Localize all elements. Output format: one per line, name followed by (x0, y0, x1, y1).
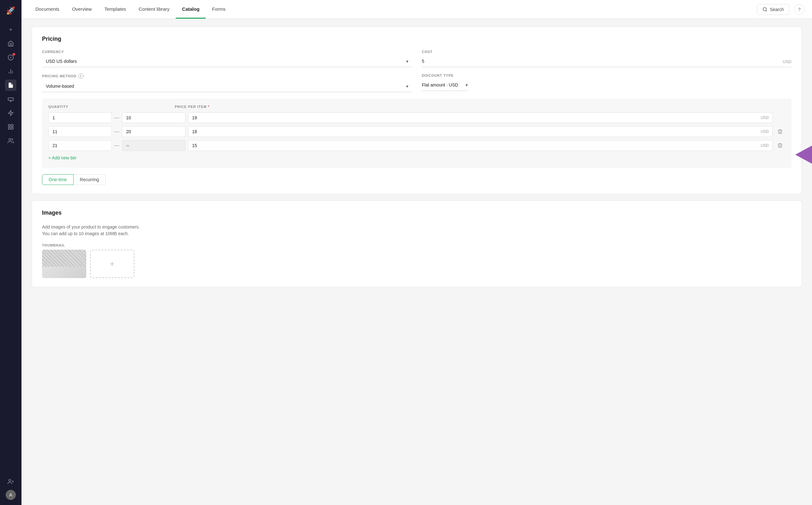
svg-line-14 (766, 10, 767, 11)
tab-content-library[interactable]: Content library (132, 0, 176, 19)
tab-overview[interactable]: Overview (66, 0, 98, 19)
cost-input[interactable] (422, 55, 792, 67)
sidebar: 🚀 + A (0, 0, 21, 505)
svg-marker-4 (9, 111, 13, 116)
search-label: Search (770, 7, 784, 12)
top-navigation: Documents Overview Templates Content lib… (21, 0, 812, 19)
svg-rect-7 (9, 128, 10, 129)
pricing-method-label: PRICING METHOD i (42, 73, 412, 78)
tab-forms[interactable]: Forms (206, 0, 232, 19)
thumbnail-add-button[interactable]: + (90, 249, 134, 278)
home-icon[interactable] (5, 38, 16, 49)
tier-2-price-input[interactable] (188, 126, 773, 137)
tier-3-price: USD (188, 140, 773, 151)
tab-catalog[interactable]: Catalog (176, 0, 206, 19)
svg-rect-8 (11, 128, 13, 129)
search-icon (763, 7, 768, 12)
thumbnail-preview (42, 249, 86, 267)
images-subtitle: Add images of your product to engage cus… (42, 224, 792, 237)
document-icon[interactable] (5, 79, 16, 91)
tier-row-3: — USD (48, 140, 785, 151)
main-area: Documents Overview Templates Content lib… (21, 0, 812, 505)
qty-header: QUANTITY (48, 105, 175, 109)
pricing-method-select[interactable]: Volume-based (42, 80, 412, 92)
tier-1-price: USD (188, 112, 773, 123)
people-icon[interactable] (5, 135, 16, 146)
thumbnail-image (42, 249, 86, 278)
currency-label: CURRENCY (42, 50, 412, 54)
lightning-icon[interactable] (5, 107, 16, 119)
trash-icon (777, 129, 783, 135)
discount-type-select[interactable]: Flat amount · USD (422, 79, 467, 91)
svg-point-9 (9, 139, 11, 141)
pricing-card: Pricing CURRENCY USD US dollars ▼ COST (32, 26, 802, 194)
help-button[interactable]: ? (794, 4, 804, 14)
required-star: * (208, 105, 210, 109)
thumbnail-row: + (42, 249, 792, 278)
arrow-annotation (795, 134, 812, 176)
tier-1-from-input[interactable] (48, 112, 112, 123)
chart-icon[interactable] (5, 66, 16, 77)
add-user-icon[interactable] (5, 476, 16, 487)
one-time-button[interactable]: One-time (42, 174, 74, 185)
currency-select[interactable]: USD US dollars (42, 55, 412, 67)
method-discount-row: PRICING METHOD i Volume-based ▼ DISCOUNT… (42, 73, 792, 92)
pricing-table: QUANTITY PRICE PER ITEM * — US (42, 99, 792, 168)
stamp-icon[interactable] (5, 94, 16, 105)
currency-group: CURRENCY USD US dollars ▼ (42, 50, 412, 67)
tier-2-from-input[interactable] (48, 126, 112, 137)
tier-1-dash: — (114, 115, 119, 121)
trash-icon-3 (777, 143, 783, 148)
tier-2-price: USD (188, 126, 773, 137)
pricing-method-info-icon[interactable]: i (78, 73, 84, 78)
cost-input-wrapper: USD (422, 55, 792, 67)
images-title: Images (42, 209, 792, 216)
tier-1-qty: — (48, 112, 186, 123)
user-avatar[interactable]: A (6, 490, 16, 500)
currency-cost-row: CURRENCY USD US dollars ▼ COST USD (42, 50, 792, 67)
tier-2-delete-button[interactable] (775, 127, 785, 137)
tier-3-to-input (122, 140, 186, 151)
nav-right: Search ? (757, 4, 804, 15)
tier-2-dash: — (114, 129, 119, 135)
tier-2-currency: USD (761, 129, 769, 134)
images-card: Images Add images of your product to eng… (32, 200, 802, 287)
tier-3-dash: — (114, 143, 119, 148)
add-tier-button[interactable]: + Add new tier (48, 154, 77, 162)
tier-3-delete-button[interactable] (775, 141, 785, 151)
tasks-icon[interactable] (5, 52, 16, 63)
currency-select-wrapper: USD US dollars ▼ (42, 55, 412, 67)
price-header: PRICE PER ITEM * (175, 105, 785, 109)
cost-group: COST USD (422, 50, 792, 67)
tier-1-to-input[interactable] (122, 112, 186, 123)
plus-icon[interactable]: + (5, 24, 16, 35)
discount-type-label: DISCOUNT TYPE (422, 73, 792, 77)
svg-marker-15 (795, 134, 812, 175)
cost-label: COST (422, 50, 792, 54)
app-logo[interactable]: 🚀 (5, 5, 16, 16)
svg-rect-6 (11, 125, 13, 127)
tier-1-price-input[interactable] (188, 112, 773, 123)
tier-3-from-input[interactable] (48, 140, 112, 151)
pricing-table-header: QUANTITY PRICE PER ITEM * (48, 105, 785, 109)
svg-point-13 (763, 8, 767, 11)
tab-templates[interactable]: Templates (98, 0, 132, 19)
tier-3-price-input[interactable] (188, 140, 773, 151)
help-icon: ? (798, 7, 801, 12)
thumbnail-label: THUMBNAIL (42, 243, 792, 247)
tier-row-1: — USD 🗑 (48, 112, 785, 123)
pricing-method-group: PRICING METHOD i Volume-based ▼ (42, 73, 412, 92)
tab-documents[interactable]: Documents (29, 0, 66, 19)
tier-3-qty: — (48, 140, 186, 151)
tier-row-2: — USD (48, 126, 785, 137)
discount-type-group: DISCOUNT TYPE Flat amount · USD ▼ (422, 73, 792, 92)
search-button[interactable]: Search (757, 4, 789, 15)
tier-1-currency: USD (761, 116, 769, 120)
nav-tabs: Documents Overview Templates Content lib… (29, 0, 232, 19)
svg-rect-5 (9, 125, 10, 127)
recurring-button[interactable]: Recurring (74, 174, 106, 185)
discount-type-select-wrapper: Flat amount · USD ▼ (422, 79, 467, 91)
tier-2-to-input[interactable] (122, 126, 186, 137)
pricing-title: Pricing (42, 36, 792, 42)
template-icon[interactable] (5, 121, 16, 133)
